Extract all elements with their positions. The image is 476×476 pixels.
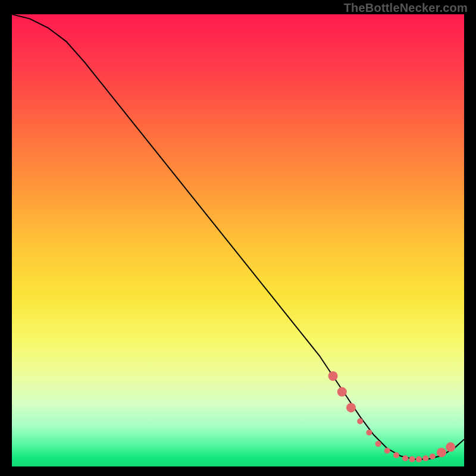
- data-marker: [384, 447, 390, 453]
- data-marker: [430, 453, 436, 459]
- data-marker: [422, 455, 428, 461]
- chart-stage: TheBottleNecker.com: [0, 0, 476, 476]
- data-marker: [416, 456, 422, 462]
- data-curve: [12, 14, 464, 459]
- data-marker: [346, 403, 356, 412]
- data-marker: [337, 387, 347, 397]
- plot-area: [12, 14, 464, 466]
- data-marker: [375, 441, 381, 447]
- data-marker: [357, 418, 363, 424]
- data-marker: [366, 430, 372, 436]
- marker-group: [328, 371, 456, 462]
- data-marker: [437, 447, 446, 457]
- data-marker: [393, 452, 399, 458]
- data-marker: [446, 442, 455, 452]
- data-marker: [328, 371, 338, 381]
- data-marker: [402, 455, 408, 461]
- curve-layer: [12, 14, 464, 466]
- data-marker: [409, 456, 415, 462]
- attribution-label: TheBottleNecker.com: [344, 1, 468, 15]
